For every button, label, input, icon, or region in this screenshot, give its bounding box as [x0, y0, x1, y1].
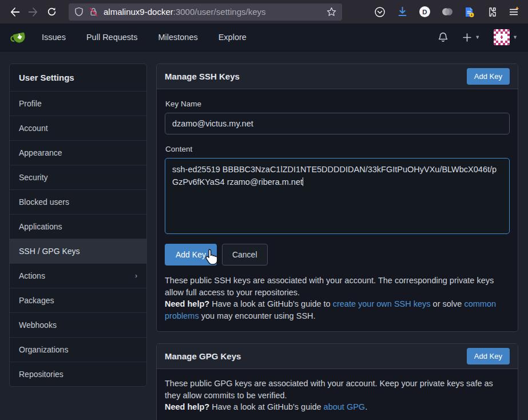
create-new-dropdown[interactable]: ▼: [462, 33, 480, 42]
sidebar-item-applications[interactable]: Applications: [10, 214, 146, 239]
sidebar-title: User Settings: [10, 64, 146, 91]
sidebar-item-account[interactable]: Account: [10, 116, 146, 140]
browser-back-button[interactable]: [6, 3, 24, 21]
browser-extension-area: D: [374, 6, 522, 18]
gpg-add-key-toggle-button[interactable]: Add Key: [467, 348, 510, 364]
ssh-keys-panel: Manage SSH Keys Add Key Key Name Content…: [156, 64, 518, 332]
ssh-help-text: These public SSH keys are associated wit…: [165, 275, 510, 322]
gpg-guide-link[interactable]: about GPG: [324, 402, 366, 411]
extensions-puzzle-icon[interactable]: [485, 6, 498, 18]
nav-link-pull-requests[interactable]: Pull Requests: [86, 33, 137, 42]
disabled-extension-icon[interactable]: [440, 6, 453, 18]
add-key-submit-button[interactable]: Add Key: [165, 244, 217, 266]
nav-link-milestones[interactable]: Milestones: [158, 33, 197, 42]
downloads-icon[interactable]: [396, 6, 408, 18]
sidebar-item-organizations[interactable]: Organizations: [10, 337, 146, 362]
gitea-logo[interactable]: [10, 29, 28, 46]
gpg-panel-body: These public GPG keys are associated wit…: [157, 369, 518, 420]
content-label: Content: [165, 145, 510, 153]
text-caret: [303, 177, 303, 186]
forward-arrow-icon: [28, 7, 38, 17]
ssh-guide-link[interactable]: create your own SSH keys: [333, 299, 431, 308]
ssh-add-key-toggle-button[interactable]: Add Key: [467, 68, 510, 85]
bookmark-star-icon[interactable]: [327, 7, 336, 17]
gitea-navbar: Issues Pull Requests Milestones Explore …: [0, 23, 528, 51]
pocket-icon[interactable]: [374, 6, 386, 18]
duckduckgo-extension-icon[interactable]: D: [418, 6, 431, 18]
browser-toolbar: almalinux9-docker:3000/user/settings/key…: [0, 0, 528, 23]
key-name-label: Key Name: [165, 100, 510, 108]
sidebar-item-profile[interactable]: Profile: [10, 91, 146, 116]
ssh-panel-body: Key Name Content ssh-ed25519 BBBBC3NzaC1…: [157, 89, 518, 331]
sidebar-item-webhooks[interactable]: Webhooks: [10, 312, 146, 337]
insecure-lock-icon[interactable]: [89, 7, 98, 17]
svg-text:D: D: [422, 9, 427, 15]
cancel-button[interactable]: Cancel: [222, 244, 268, 266]
gpg-help-text: These public GPG keys are associated wit…: [165, 378, 510, 413]
gpg-panel-header: Manage GPG Keys Add Key: [157, 344, 518, 369]
update-badge: [515, 6, 519, 9]
url-bar[interactable]: almalinux9-docker:3000/user/settings/key…: [69, 3, 342, 21]
user-menu[interactable]: ▼: [494, 29, 518, 45]
avatar[interactable]: [494, 29, 510, 45]
sidebar-item-appearance[interactable]: Appearance: [10, 140, 146, 165]
sidebar-item-security[interactable]: Security: [10, 165, 146, 189]
caret-down-icon: ▼: [475, 34, 480, 40]
gpg-panel-title: Manage GPG Keys: [165, 351, 241, 361]
sidebar-item-actions[interactable]: Actions›: [10, 263, 146, 288]
ssh-panel-title: Manage SSH Keys: [165, 72, 240, 81]
settings-sidebar: User Settings Profile Account Appearance…: [9, 64, 147, 387]
nav-link-issues[interactable]: Issues: [42, 33, 66, 42]
url-text: almalinux9-docker:3000/user/settings/key…: [104, 7, 266, 17]
sidebar-item-packages[interactable]: Packages: [10, 288, 146, 312]
gpg-keys-panel: Manage GPG Keys Add Key These public GPG…: [156, 343, 518, 420]
sidebar-item-blocked-users[interactable]: Blocked users: [10, 189, 146, 214]
back-arrow-icon: [10, 7, 20, 17]
browser-forward-button[interactable]: [24, 3, 42, 21]
ssh-panel-header: Manage SSH Keys Add Key: [157, 64, 518, 89]
nav-links: Issues Pull Requests Milestones Explore: [42, 33, 247, 42]
sidebar-item-repositories[interactable]: Repositories: [10, 362, 146, 386]
chevron-right-icon: ›: [135, 272, 137, 280]
notifications-bell-icon[interactable]: [438, 31, 448, 43]
caret-down-icon: ▼: [513, 34, 518, 40]
plus-icon: [462, 33, 472, 42]
browser-reload-button[interactable]: [42, 3, 61, 21]
sidebar-item-ssh-gpg-keys[interactable]: SSH / GPG Keys: [10, 239, 146, 263]
reload-icon: [47, 7, 57, 17]
document-extension-icon[interactable]: [463, 6, 475, 18]
menu-hamburger-icon[interactable]: [507, 6, 520, 18]
key-name-input[interactable]: [165, 113, 510, 134]
shield-icon[interactable]: [74, 7, 84, 17]
nav-link-explore[interactable]: Explore: [219, 33, 247, 42]
key-content-textarea[interactable]: ssh-ed25519 BBBBC3NzaC1lZDI1NTE5DDDDIDAN…: [165, 158, 510, 234]
